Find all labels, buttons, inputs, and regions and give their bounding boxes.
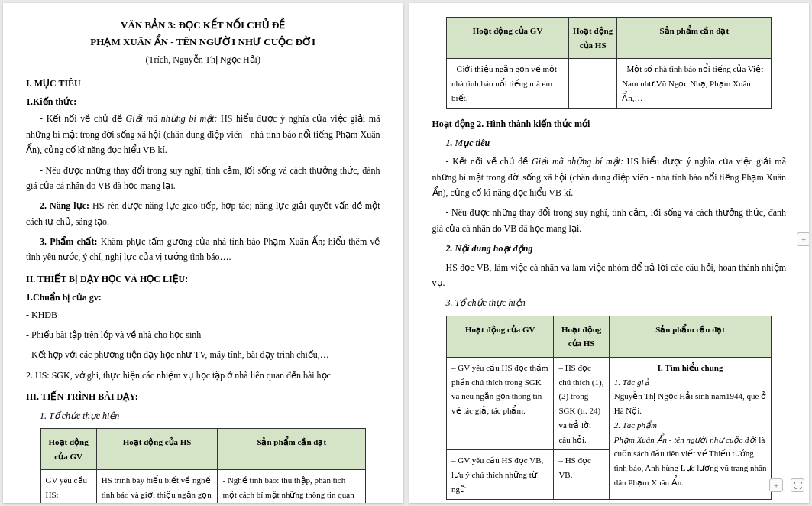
table-header-row: Hoạt động của GV Hoạt động của HS Sản ph… [40, 429, 365, 470]
page-title-line1: Văn bản 3: Đọc kết nối chủ đề [26, 17, 380, 34]
numitem-tochuc: 1. Tổ chức thực hiện [26, 408, 380, 423]
document-page-1: Văn bản 3: Đọc kết nối chủ đề Phạm Xuân … [3, 3, 403, 503]
expand-corner-button[interactable]: ⛶ [791, 478, 804, 492]
text-heading: I. Tìm hiểu chung [614, 361, 767, 375]
para-ndhd: HS đọc VB, làm việc cá nhân và làm việc … [432, 260, 787, 291]
th-sp: Sản phẩm cần đạt [218, 429, 365, 470]
table-row: - Giới thiệu ngắn gọn về một nhà tình bá… [447, 59, 772, 109]
numitem-muctieu: 1. Mục tiêu [432, 135, 787, 151]
expand-icon: ⛶ [794, 481, 802, 490]
document-page-2: Hoạt động của GV Hoạt động của HS Sản ph… [409, 3, 810, 503]
th-gv: Hoạt động của GV [40, 429, 96, 470]
text: - Kết nối về chủ đề [446, 156, 532, 167]
text-ital: Giải mã những bí mật: [532, 156, 623, 167]
table-page2-top: Hoạt động của GV Hoạt động của HS Sản ph… [446, 17, 772, 109]
text: Nguyễn Thị Ngọc Hải sinh năm1944, quê ở … [614, 391, 766, 415]
td-gv: – GV yêu cầu HS đọc VB, lưu ý chú thích … [447, 450, 554, 500]
section-heading-thietbi: II. THIẾT BỊ DẠY HỌC VÀ HỌC LIỆU: [26, 271, 380, 287]
text-ital: Giải mã những bí mật: [126, 113, 218, 124]
th-gv: Hoạt động của GV [447, 18, 569, 59]
plus-icon: + [801, 235, 806, 244]
heading-hd2: Hoạt động 2. Hình thành kiến thức mới [432, 116, 787, 131]
td-hs: – HS đọc VB. [554, 450, 609, 500]
add-bottom-button[interactable]: + [769, 478, 783, 492]
para-kienthuc-2: - Nêu được những thay đổi trong suy nghĩ… [26, 163, 380, 194]
para-cb4: 2. HS: SGK, vở ghi, thực hiện các nhiệm … [26, 368, 380, 383]
para-cb3: - Kết hợp với các phương tiện dạy học nh… [26, 347, 380, 362]
para-cb1: - KHDB [26, 307, 380, 323]
para-phamchat: 3. Phẩm chất: Khâm phục tấm gương của nh… [26, 234, 380, 265]
th-hs: Hoạt động của HS [569, 18, 617, 59]
para-nangluc: 2. Năng lực: HS rèn được năng lực giao t… [26, 198, 380, 229]
td-gv: – GV yêu cầu HS đọc thầm phần chú thích … [447, 358, 554, 450]
label-phamchat: 3. Phẩm chất: [40, 236, 97, 247]
text: - Kết nối về chủ đề [40, 113, 126, 124]
section-heading-muc-tieu: I. MỤC TIÊU [26, 76, 380, 91]
page-subtitle: (Trích, Nguyễn Thị Ngọc Hải) [26, 52, 380, 67]
text-ital: 2. Tác phẩm [614, 420, 657, 430]
numitem-ndhd: 2. Nội dung hoạt động [432, 241, 787, 256]
numitem-tcth: 3. Tổ chức thực hiện [432, 295, 787, 310]
subheading-kien-thuc: 1.Kiến thức: [26, 94, 380, 109]
th-gv: Hoạt động của GV [447, 316, 554, 357]
text-ital: Phạm Xuân Ẩn - tên người như cuộc đời [614, 435, 757, 444]
td-sp: - Nghề tình báo: thu thập, phân tích một… [218, 470, 365, 503]
th-sp: Sản phẩm cần đạt [609, 316, 772, 357]
td-hs: HS trình bày hiểu biết về nghề tình báo … [96, 470, 218, 503]
table-page1: Hoạt động của GV Hoạt động của HS Sản ph… [40, 428, 366, 503]
td-hs [569, 59, 617, 109]
para-mt2: - Nêu được những thay đổi trong suy nghĩ… [432, 205, 787, 236]
para-kienthuc-1: - Kết nối về chủ đề Giải mã những bí mật… [26, 111, 380, 157]
label-nangluc: 2. Năng lực: [40, 200, 89, 211]
section-heading-tientrinh: III. TIẾN TRÌNH BÀI DẠY: [26, 389, 380, 404]
th-hs: Hoạt động của HS [554, 316, 609, 357]
table-row: GV yêu cầu HS: - Nêu hiểu biết về nghề t… [40, 470, 365, 503]
table-row: – GV yêu cầu HS đọc thầm phần chú thích … [447, 358, 772, 450]
para-cb2: - Phiếu bài tập trên lớp và về nhà cho h… [26, 327, 380, 342]
td-sp: - Một số nhà tình báo nổi tiếng của Việt… [617, 59, 772, 109]
expand-side-button[interactable]: + [797, 232, 809, 246]
table-header-row: Hoạt động của GV Hoạt động của HS Sản ph… [447, 18, 772, 59]
th-hs: Hoạt động của HS [96, 429, 218, 470]
page-title-line2: Phạm Xuân Ẩn - Tên người như cuộc đời [26, 34, 380, 50]
td-sp: I. Tìm hiểu chung 1. Tác giả Nguyễn Thị … [609, 358, 772, 500]
td-gv: - Giới thiệu ngắn gọn về một nhà tình bá… [447, 59, 569, 109]
para-mt1: - Kết nối về chủ đề Giải mã những bí mật… [432, 154, 787, 200]
td-gv: GV yêu cầu HS: - Nêu hiểu biết về nghề t… [40, 470, 96, 503]
table-page2-main: Hoạt động của GV Hoạt động của HS Sản ph… [446, 316, 772, 501]
th-sp: Sản phẩm cần đạt [617, 18, 772, 59]
text-ital: 1. Tác giả [614, 378, 649, 387]
plus-icon: + [774, 481, 778, 490]
td-hs: – HS đọc chú thích (1), (2) trong SGK (t… [554, 358, 609, 450]
subheading-chuanbi: 1.Chuẩn bị của gv: [26, 290, 380, 305]
table-header-row: Hoạt động của GV Hoạt động của HS Sản ph… [447, 316, 772, 357]
